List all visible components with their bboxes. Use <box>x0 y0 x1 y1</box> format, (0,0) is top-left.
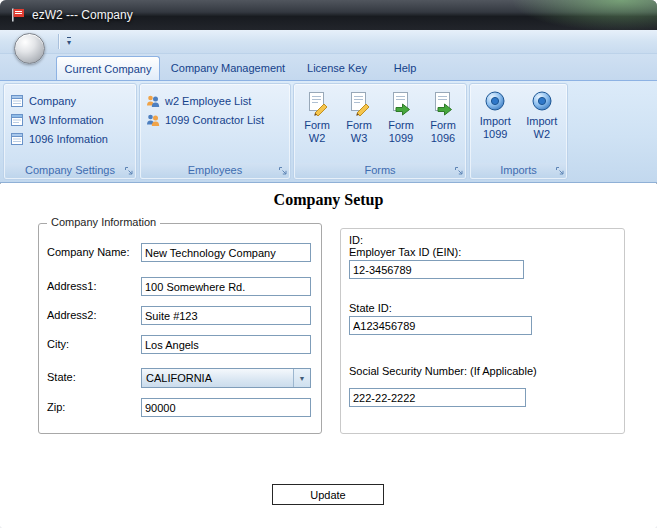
ribbon-group-forms: Form W2 Form W3 <box>293 83 467 180</box>
import-1099-button[interactable]: Import 1099 <box>474 88 516 141</box>
form-w2-icon <box>304 90 330 116</box>
import-w2-button[interactable]: Import W2 <box>521 88 563 141</box>
state-selected-value: CALIFORNIA <box>146 372 212 384</box>
city-label: City: <box>47 338 69 350</box>
update-button[interactable]: Update <box>272 484 384 505</box>
company-icon <box>9 93 25 109</box>
id-heading: ID: <box>349 234 363 246</box>
forms-buttons: Form W2 Form W3 <box>296 88 464 145</box>
application-orb-button[interactable] <box>14 33 45 64</box>
group-label-forms: Forms <box>295 163 465 178</box>
group-label-company-settings: Company Settings <box>5 163 135 178</box>
import-1099-label-top: Import <box>480 115 511 128</box>
dialog-launcher-icon[interactable] <box>555 166 565 176</box>
employees-icon <box>145 93 161 109</box>
form-1096-label-bottom: 1096 <box>431 132 455 145</box>
ribbon-group-employees: w2 Employee List 1099 Contractor List Em… <box>139 83 291 180</box>
company-name-label: Company Name: <box>47 246 130 258</box>
ribbon-group-company-settings: Company W3 Information <box>3 83 137 180</box>
import-w2-label-bottom: W2 <box>534 128 551 141</box>
ribbon-tab-row: Current Company Company Management Licen… <box>0 54 657 80</box>
zip-input[interactable] <box>141 398 311 417</box>
import-1099-icon <box>484 90 506 112</box>
qat-separator <box>58 34 59 49</box>
import-w2-label-top: Import <box>526 115 557 128</box>
form-w3-icon <box>346 90 372 116</box>
address2-input[interactable] <box>141 306 311 325</box>
company-settings-items: Company W3 Information <box>9 93 132 147</box>
w3-form-icon <box>9 112 25 128</box>
form-w3-label-bottom: W3 <box>351 132 368 145</box>
contractor-list-item[interactable]: 1099 Contractor List <box>145 112 286 128</box>
ribbon: Company W3 Information <box>0 80 657 183</box>
form-1096-button[interactable]: Form 1096 <box>422 88 464 145</box>
state-id-input[interactable] <box>349 316 532 335</box>
dialog-launcher-icon[interactable] <box>124 166 134 176</box>
form-w2-label-bottom: W2 <box>309 132 326 145</box>
address1-input[interactable] <box>141 277 311 296</box>
tab-license-key[interactable]: License Key <box>296 56 378 80</box>
contractor-list-label: 1099 Contractor List <box>165 114 264 126</box>
form-w2-button[interactable]: Form W2 <box>296 88 338 145</box>
chevron-down-icon: ▼ <box>299 375 306 382</box>
address1-label: Address1: <box>47 280 97 292</box>
ribbon-group-imports: Import 1099 <box>469 83 568 180</box>
import-1099-label-bottom: 1099 <box>483 128 507 141</box>
desktop-glow <box>502 0 657 34</box>
main-content: Company Setup Company Information Compan… <box>0 184 657 528</box>
app-window: ezW2 --- Company ▾ Current Company Compa… <box>0 0 657 528</box>
tab-current-company[interactable]: Current Company <box>56 56 160 80</box>
city-input[interactable] <box>141 335 311 354</box>
qat-dropdown-icon[interactable]: ▾ <box>67 37 71 47</box>
company-information-legend: Company Information <box>47 216 160 228</box>
w2-employee-list-item[interactable]: w2 Employee List <box>145 93 286 109</box>
app-logo-icon <box>10 7 26 23</box>
company-menu-label: Company <box>29 95 76 107</box>
tab-company-management[interactable]: Company Management <box>164 56 292 80</box>
title-bar[interactable]: ezW2 --- Company <box>0 0 657 30</box>
imports-buttons: Import 1099 <box>472 88 565 141</box>
ein-label: Employer Tax ID (EIN): <box>349 246 461 258</box>
w3-information-label: W3 Information <box>29 114 104 126</box>
form-1099-label-bottom: 1099 <box>389 132 413 145</box>
ein-input[interactable] <box>349 260 524 279</box>
state-label: State: <box>47 371 76 383</box>
ssn-input[interactable] <box>349 388 526 407</box>
form-1096-icon <box>430 90 456 116</box>
contractor-icon <box>145 112 161 128</box>
state-select[interactable]: CALIFORNIA ▼ <box>141 368 311 388</box>
address2-label: Address2: <box>47 309 97 321</box>
ssn-label: Social Security Number: (If Applicable) <box>349 365 537 377</box>
id-groupbox: ID: Employer Tax ID (EIN): State ID: Soc… <box>340 228 625 434</box>
dialog-launcher-icon[interactable] <box>454 166 464 176</box>
page-title: Company Setup <box>0 191 657 209</box>
w3-information-item[interactable]: W3 Information <box>9 112 132 128</box>
import-w2-icon <box>531 90 553 112</box>
group-label-imports: Imports <box>471 163 566 178</box>
dialog-launcher-icon[interactable] <box>278 166 288 176</box>
form-w3-button[interactable]: Form W3 <box>338 88 380 145</box>
form-1096-info-icon <box>9 131 25 147</box>
form-1099-icon <box>388 90 414 116</box>
group-label-employees: Employees <box>141 163 289 178</box>
w2-employee-list-label: w2 Employee List <box>165 95 251 107</box>
form-1096-label-top: Form <box>430 119 456 132</box>
company-menu-item[interactable]: Company <box>9 93 132 109</box>
form-1096-information-item[interactable]: 1096 Infomation <box>9 131 132 147</box>
form-w2-label-top: Form <box>304 119 330 132</box>
form-1099-label-top: Form <box>388 119 414 132</box>
combo-dropdown-button[interactable]: ▼ <box>293 369 310 387</box>
company-name-input[interactable] <box>141 243 311 262</box>
state-id-label: State ID: <box>349 302 392 314</box>
form-1096-information-label: 1096 Infomation <box>29 133 108 145</box>
form-w3-label-top: Form <box>346 119 372 132</box>
tab-help[interactable]: Help <box>382 56 428 80</box>
quick-access-toolbar: ▾ <box>0 30 657 54</box>
window-title: ezW2 --- Company <box>32 8 133 22</box>
employees-items: w2 Employee List 1099 Contractor List <box>145 93 286 128</box>
company-information-groupbox: Company Information Company Name: Addres… <box>38 223 322 434</box>
zip-label: Zip: <box>47 401 65 413</box>
form-1099-button[interactable]: Form 1099 <box>380 88 422 145</box>
